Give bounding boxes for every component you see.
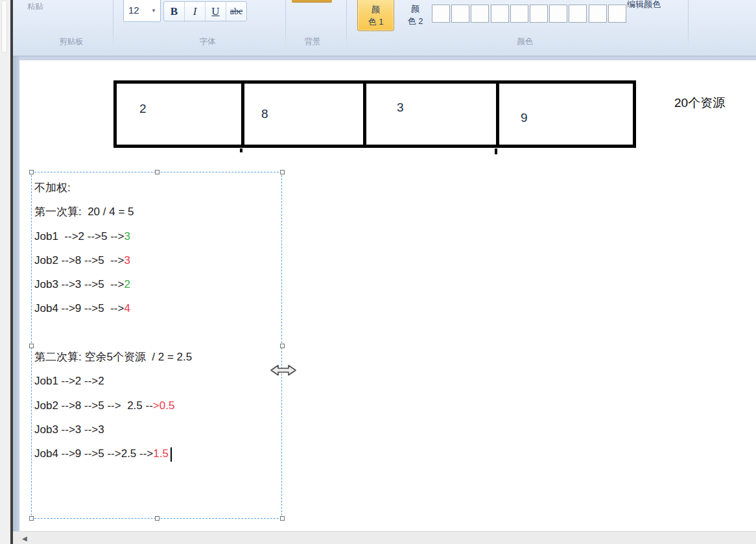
selection-resize-handle[interactable] xyxy=(29,170,34,174)
text-segment: Job1 -->2 -->2 xyxy=(34,375,104,387)
text-segment: Job4 -->9 -->5 --> xyxy=(34,302,124,314)
selection-resize-handle[interactable] xyxy=(280,170,285,174)
text-segment: Job2 -->8 -->5 --> xyxy=(34,254,124,266)
box-divider xyxy=(496,84,499,145)
group-caption-background: 背景 xyxy=(293,36,332,47)
text-segment: 1.5 xyxy=(153,447,169,460)
color2-button[interactable]: 颜 色 2 xyxy=(397,0,434,31)
text-line: Job3 -->3 -->3 xyxy=(34,418,281,442)
text-segment: Job3 -->3 -->5 --> xyxy=(34,278,124,290)
palette-swatch-empty[interactable] xyxy=(510,5,528,23)
color1-label-line2: 色 1 xyxy=(358,16,394,28)
resource-boxes-drawing[interactable]: 2839 xyxy=(113,80,636,148)
text-segment: 2 xyxy=(124,278,130,290)
text-line: Job3 -->3 -->5 -->2 xyxy=(34,272,281,296)
text-segment: 第一次算: 20 / 4 = 5 xyxy=(34,206,134,218)
box-divider xyxy=(363,84,366,145)
text-line: Job4 -->9 -->5 -->2.5 -->1.5 xyxy=(34,442,281,466)
text-segment: 3 xyxy=(124,230,130,242)
resource-box-value: 2 xyxy=(139,102,147,116)
group-caption-font: 字体 xyxy=(162,36,253,47)
palette-swatch-empty[interactable] xyxy=(530,5,548,23)
group-caption-clipboard: 剪贴板 xyxy=(39,36,104,47)
text-segment: Job2 -->8 -->5 --> 2.5 -- xyxy=(34,399,153,412)
box-divider-stub xyxy=(240,148,242,152)
background-scrollbar-remnant xyxy=(1,0,7,53)
text-segment: 4 xyxy=(124,302,130,314)
color1-button[interactable]: 颜 色 1 xyxy=(357,0,394,31)
font-size-combobox[interactable]: 12 ▼ xyxy=(123,0,161,22)
resource-box-value: 8 xyxy=(261,107,268,121)
strikethrough-button[interactable]: abc xyxy=(226,2,246,21)
bold-button[interactable]: B xyxy=(164,2,185,21)
chevron-down-icon[interactable]: ▼ xyxy=(151,8,156,14)
italic-button[interactable]: I xyxy=(185,2,206,21)
scroll-left-arrow-icon[interactable]: ◀ xyxy=(22,535,27,542)
selection-resize-handle[interactable] xyxy=(29,344,34,348)
text-segment: 不加权: xyxy=(34,182,71,194)
font-size-value: 12 xyxy=(128,5,139,16)
text-segment: Job1 -->2 -->5 --> xyxy=(34,230,124,242)
underline-button[interactable]: U xyxy=(206,2,226,21)
color2-label-line1: 颜 xyxy=(397,3,434,15)
palette-swatch-empty[interactable] xyxy=(589,5,607,23)
selection-resize-handle[interactable] xyxy=(29,516,34,521)
group-separator xyxy=(285,0,286,48)
selection-resize-handle[interactable] xyxy=(280,516,285,521)
color2-label-line2: 色 2 xyxy=(397,15,434,27)
paste-button[interactable]: 粘贴 xyxy=(27,1,43,12)
text-segment: Job4 -->9 -->5 -->2.5 --> xyxy=(34,447,153,460)
edit-colors-button[interactable]: 编辑颜色 xyxy=(627,0,661,10)
text-line: Job1 -->2 -->5 -->3 xyxy=(34,224,281,248)
text-box-content[interactable]: 不加权:第一次算: 20 / 4 = 5Job1 -->2 -->5 -->3J… xyxy=(34,176,281,466)
font-style-toolbar: B I U abc xyxy=(163,1,247,21)
palette-swatch-empty[interactable] xyxy=(569,5,587,23)
text-line: Job4 -->9 -->5 -->4 xyxy=(34,296,281,320)
text-line: 第二次算: 空余5个资源 / 2 = 2.5 xyxy=(34,345,281,369)
palette-swatch-empty[interactable] xyxy=(608,5,626,23)
horizontal-scrollbar[interactable]: ◀ xyxy=(13,531,756,544)
group-separator xyxy=(113,0,113,48)
group-separator xyxy=(688,0,689,48)
selection-resize-handle[interactable] xyxy=(155,516,159,521)
palette-swatch-empty[interactable] xyxy=(451,5,469,23)
group-separator xyxy=(346,0,347,48)
selection-resize-handle[interactable] xyxy=(280,344,285,348)
text-segment: 第二次算: 空余5个资源 / 2 = 2.5 xyxy=(34,351,192,363)
group-caption-colors: 颜色 xyxy=(467,36,584,47)
background-transparency-button-cut[interactable] xyxy=(292,0,332,3)
resource-total-label: 20个资源 xyxy=(674,95,725,112)
text-line xyxy=(34,321,281,345)
ribbon: 粘贴 剪贴板 12 ▼ B I U abc 字体 背景 颜 色 1 颜 色 2 … xyxy=(13,0,756,56)
resource-box-value: 3 xyxy=(397,101,404,115)
text-segment: >0.5 xyxy=(153,399,175,412)
palette-swatch-empty[interactable] xyxy=(491,5,509,23)
background-window-strip xyxy=(0,0,10,544)
text-line: 第一次算: 20 / 4 = 5 xyxy=(34,200,281,224)
text-line: Job1 -->2 -->2 xyxy=(34,369,281,393)
selection-resize-handle[interactable] xyxy=(155,170,159,174)
text-segment: Job3 -->3 -->3 xyxy=(34,423,104,436)
palette-swatch-empty[interactable] xyxy=(471,5,489,23)
box-divider-stub xyxy=(495,148,497,154)
palette-swatch-empty[interactable] xyxy=(549,5,567,23)
text-line: Job2 -->8 -->5 --> 2.5 -->0.5 xyxy=(34,394,281,418)
horizontal-resize-cursor-icon xyxy=(270,363,297,377)
text-line: Job2 -->8 -->5 -->3 xyxy=(34,248,281,272)
palette-swatch-empty[interactable] xyxy=(432,5,450,23)
box-divider xyxy=(241,84,244,145)
text-caret xyxy=(171,447,172,462)
resource-box-value: 9 xyxy=(521,111,528,125)
text-segment: 3 xyxy=(124,254,130,266)
color1-label-line1: 颜 xyxy=(358,3,394,16)
text-line: 不加权: xyxy=(34,176,281,200)
